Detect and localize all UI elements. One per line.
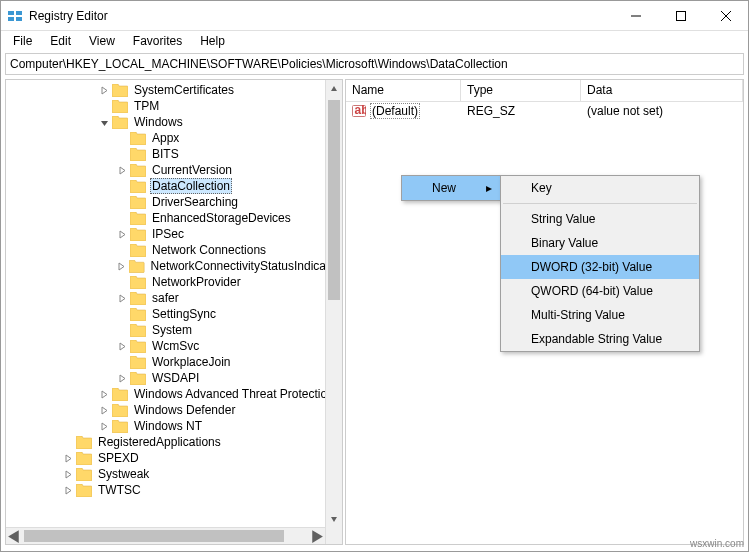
registry-tree[interactable]: SystemCertificatesTPMWindowsAppxBITSCurr… — [6, 80, 342, 500]
scroll-right-arrow[interactable] — [308, 528, 325, 544]
menu-favorites[interactable]: Favorites — [125, 32, 190, 50]
expand-icon[interactable] — [116, 292, 128, 304]
menu-file[interactable]: File — [5, 32, 40, 50]
tree-node-label: SPEXD — [96, 451, 141, 465]
tree-node-label: TWTSC — [96, 483, 143, 497]
tree-node[interactable]: Appx — [6, 130, 342, 146]
expand-icon[interactable] — [62, 484, 74, 496]
tree-node[interactable]: CurrentVersion — [6, 162, 342, 178]
tree-node[interactable]: SPEXD — [6, 450, 342, 466]
value-row[interactable]: ab (Default) REG_SZ (value not set) — [346, 102, 743, 120]
context-new-binary[interactable]: Binary Value — [501, 231, 699, 255]
expand-icon[interactable] — [62, 452, 74, 464]
regedit-icon — [7, 8, 23, 24]
tree-node[interactable]: TWTSC — [6, 482, 342, 498]
submenu-arrow-icon: ▸ — [486, 181, 492, 195]
svg-rect-0 — [8, 11, 14, 15]
tree-node-label: safer — [150, 291, 181, 305]
expander-placeholder — [98, 100, 110, 112]
tree-node[interactable]: EnhancedStorageDevices — [6, 210, 342, 226]
column-data[interactable]: Data — [581, 80, 743, 101]
tree-node[interactable]: Windows Defender — [6, 402, 342, 418]
tree-node-label: System — [150, 323, 194, 337]
expander-placeholder — [116, 308, 128, 320]
tree-node[interactable]: BITS — [6, 146, 342, 162]
expand-icon[interactable] — [116, 260, 127, 272]
scroll-up-arrow[interactable] — [326, 80, 342, 97]
tree-node[interactable]: RegisteredApplications — [6, 434, 342, 450]
close-button[interactable] — [703, 1, 748, 30]
expand-icon[interactable] — [98, 84, 110, 96]
scroll-thumb[interactable] — [24, 530, 284, 542]
tree-node[interactable]: DataCollection — [6, 178, 342, 194]
watermark: wsxwin.com — [690, 538, 744, 549]
tree-node[interactable]: DriverSearching — [6, 194, 342, 210]
tree-node[interactable]: Windows — [6, 114, 342, 130]
tree-node-label: WcmSvc — [150, 339, 201, 353]
menu-edit[interactable]: Edit — [42, 32, 79, 50]
tree-node[interactable]: NetworkConnectivityStatusIndicator — [6, 258, 342, 274]
address-text: Computer\HKEY_LOCAL_MACHINE\SOFTWARE\Pol… — [10, 57, 508, 71]
column-name[interactable]: Name — [346, 80, 461, 101]
tree-node[interactable]: Network Connections — [6, 242, 342, 258]
address-bar[interactable]: Computer\HKEY_LOCAL_MACHINE\SOFTWARE\Pol… — [5, 53, 744, 75]
expander-placeholder — [116, 132, 128, 144]
tree-node-label: SettingSync — [150, 307, 218, 321]
tree-node-label: BITS — [150, 147, 181, 161]
tree-node[interactable]: Windows NT — [6, 418, 342, 434]
expand-icon[interactable] — [116, 372, 128, 384]
context-new-multistring[interactable]: Multi-String Value — [501, 303, 699, 327]
tree-horizontal-scrollbar[interactable] — [6, 527, 325, 544]
minimize-button[interactable] — [613, 1, 658, 30]
tree-node[interactable]: WorkplaceJoin — [6, 354, 342, 370]
svg-rect-1 — [16, 11, 22, 15]
collapse-icon[interactable] — [98, 116, 110, 128]
tree-node[interactable]: Windows Advanced Threat Protection — [6, 386, 342, 402]
column-type[interactable]: Type — [461, 80, 581, 101]
value-type: REG_SZ — [461, 104, 581, 118]
context-new-key[interactable]: Key — [501, 176, 699, 200]
tree-node[interactable]: System — [6, 322, 342, 338]
tree-node[interactable]: Systweak — [6, 466, 342, 482]
expand-icon[interactable] — [116, 228, 128, 240]
tree-node[interactable]: NetworkProvider — [6, 274, 342, 290]
tree-vertical-scrollbar[interactable] — [325, 80, 342, 544]
tree-node[interactable]: WcmSvc — [6, 338, 342, 354]
tree-node[interactable]: SettingSync — [6, 306, 342, 322]
scroll-thumb[interactable] — [328, 100, 340, 300]
scroll-down-arrow[interactable] — [326, 510, 342, 527]
expander-placeholder — [116, 324, 128, 336]
scroll-left-arrow[interactable] — [6, 528, 23, 544]
expander-placeholder — [116, 356, 128, 368]
expand-icon[interactable] — [98, 420, 110, 432]
tree-node[interactable]: safer — [6, 290, 342, 306]
tree-node-label: SystemCertificates — [132, 83, 236, 97]
maximize-button[interactable] — [658, 1, 703, 30]
context-new[interactable]: New ▸ — [402, 176, 500, 200]
tree-node[interactable]: TPM — [6, 98, 342, 114]
expand-icon[interactable] — [98, 404, 110, 416]
context-new-dword[interactable]: DWORD (32-bit) Value — [501, 255, 699, 279]
expander-placeholder — [116, 212, 128, 224]
tree-node[interactable]: SystemCertificates — [6, 82, 342, 98]
expand-icon[interactable] — [62, 468, 74, 480]
context-new-qword[interactable]: QWORD (64-bit) Value — [501, 279, 699, 303]
svg-text:ab: ab — [355, 104, 367, 117]
expand-icon[interactable] — [116, 340, 128, 352]
expand-icon[interactable] — [116, 164, 128, 176]
tree-node[interactable]: IPSec — [6, 226, 342, 242]
tree-pane: SystemCertificatesTPMWindowsAppxBITSCurr… — [5, 79, 343, 545]
context-new-string[interactable]: String Value — [501, 207, 699, 231]
window-title: Registry Editor — [29, 9, 613, 23]
menu-separator — [503, 203, 697, 204]
context-menu: New ▸ — [401, 175, 501, 201]
menu-view[interactable]: View — [81, 32, 123, 50]
expander-placeholder — [116, 180, 128, 192]
tree-node-label: Windows — [132, 115, 185, 129]
tree-node[interactable]: WSDAPI — [6, 370, 342, 386]
tree-node-label: CurrentVersion — [150, 163, 234, 177]
context-new-expandstring[interactable]: Expandable String Value — [501, 327, 699, 351]
tree-node-label: Appx — [150, 131, 181, 145]
expand-icon[interactable] — [98, 388, 110, 400]
menu-help[interactable]: Help — [192, 32, 233, 50]
